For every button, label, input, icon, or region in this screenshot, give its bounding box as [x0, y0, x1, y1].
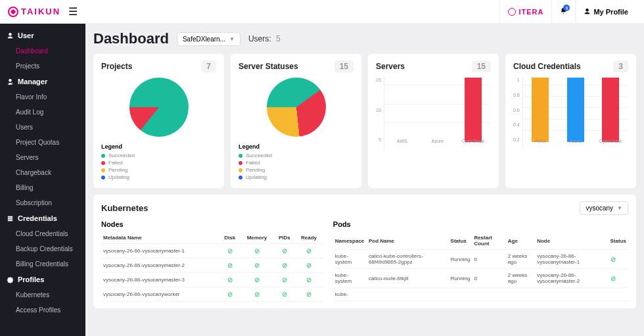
- card-title: Server Statuses: [239, 62, 298, 71]
- check-icon: ⊘: [610, 256, 616, 263]
- sidebar-section: Profiles: [0, 272, 85, 287]
- logo-icon: [8, 7, 18, 17]
- kubernetes-card: Kubernetes vysocany ▼ Nodes Metadata Nam…: [93, 195, 636, 308]
- table-row[interactable]: vysocany-26-86-vysocanyworker⊘⊘⊘⊘: [101, 287, 323, 302]
- check-icon: ⊘: [282, 276, 287, 283]
- sidebar-item-backup-credentials[interactable]: Backup Credentials: [0, 241, 85, 256]
- org-selector[interactable]: SafeDXlearn... ▼: [177, 32, 241, 46]
- cloud-card: Cloud Credentials 3 10.80.60.40.2AWSAzur…: [505, 54, 636, 188]
- card-title: Projects: [101, 62, 132, 71]
- cloud-bars: 10.80.60.40.2AWSAzureOpenStack: [513, 78, 628, 150]
- table-row[interactable]: kube-systemcalico-node-6tkj8Running02 we…: [333, 269, 628, 288]
- legend-item: Succeeded: [101, 153, 216, 158]
- check-icon: ⊘: [227, 247, 233, 254]
- table-row[interactable]: kube-systemcalico-kube-controllers-68f49…: [333, 250, 628, 269]
- check-icon: ⊘: [306, 262, 311, 269]
- sidebar-item-billing-credentials[interactable]: Billing Credentials: [0, 256, 85, 272]
- chevron-down-icon: ▼: [229, 36, 235, 42]
- brand-logo[interactable]: TAIKUN: [8, 7, 60, 17]
- pods-section: Pods NamespacePod NameStatusRestart Coun…: [333, 220, 628, 302]
- nodes-section: Nodes Metadata NameDiskMemoryPIDsReadyvy…: [101, 220, 323, 302]
- check-icon: ⊘: [282, 262, 287, 269]
- pods-table: NamespacePod NameStatusRestart CountAgeN…: [333, 232, 628, 301]
- check-icon: ⊘: [227, 262, 233, 269]
- header-left: TAIKUN ☰: [8, 5, 78, 18]
- legend-item: Failed: [239, 160, 354, 166]
- sidebar-item-audit-log[interactable]: Audit Log: [0, 105, 85, 120]
- check-icon: ⊘: [254, 262, 260, 269]
- sidebar-item-kubernetes[interactable]: Kubernetes: [0, 287, 85, 302]
- page-title: Dashboard: [93, 30, 169, 47]
- users-label: Users: 5: [248, 34, 281, 43]
- legend: LegendSucceededFailedPendingUpdating: [239, 143, 354, 180]
- check-icon: ⊘: [254, 276, 260, 283]
- legend-item: Updating: [239, 174, 354, 180]
- sidebar-item-servers[interactable]: Servers: [0, 150, 85, 165]
- legend-item: Updating: [101, 174, 216, 180]
- users-count: 5: [276, 34, 281, 43]
- sidebar-item-cloud-credentials[interactable]: Cloud Credentials: [0, 226, 85, 241]
- kube-selector[interactable]: vysocany ▼: [580, 201, 628, 215]
- check-icon: ⊘: [306, 276, 311, 283]
- check-icon: ⊘: [306, 247, 311, 254]
- summary-cards: Projects 7 LegendSucceededFailedPendingU…: [93, 54, 636, 188]
- notif-badge: 9: [563, 5, 570, 11]
- sidebar-section: Credentials: [0, 210, 85, 226]
- nodes-table: Metadata NameDiskMemoryPIDsReadyvysocany…: [101, 232, 323, 302]
- users-text: Users:: [248, 34, 271, 43]
- statuses-card: Server Statuses 15 LegendSucceededFailed…: [231, 54, 361, 188]
- legend-item: Pending: [239, 167, 354, 173]
- legend-item: Failed: [101, 160, 216, 166]
- card-count: 3: [613, 60, 628, 72]
- sidebar-item-projects[interactable]: Projects: [0, 59, 85, 74]
- table-row[interactable]: vysocany-26-86-vysocanymaster-1⊘⊘⊘⊘: [101, 244, 323, 258]
- check-icon: ⊘: [282, 247, 287, 254]
- sidebar-item-flavor-info[interactable]: Flavor Info: [0, 89, 85, 105]
- org-selector-value: SafeDXlearn...: [183, 36, 225, 43]
- hamburger-icon[interactable]: ☰: [68, 5, 78, 18]
- profile-button[interactable]: My Profile: [575, 0, 636, 24]
- legend: LegendSucceededFailedPendingUpdating: [101, 143, 216, 180]
- check-icon: ⊘: [254, 247, 260, 254]
- partner-badge[interactable]: ITERA: [499, 0, 551, 24]
- user-icon: [584, 8, 591, 15]
- table-row[interactable]: kube-: [333, 288, 628, 301]
- notifications-button[interactable]: 9: [551, 0, 575, 24]
- sidebar-item-subscription[interactable]: Subscription: [0, 195, 85, 210]
- pods-title: Pods: [333, 220, 628, 228]
- sidebar-item-chargeback[interactable]: Chargeback: [0, 165, 85, 180]
- content-area: Dashboard SafeDXlearn... ▼ Users: 5 Proj…: [85, 24, 644, 336]
- check-icon: ⊘: [306, 291, 311, 298]
- sidebar-item-access-profiles[interactable]: Access Profiles: [0, 302, 85, 318]
- page-header: Dashboard SafeDXlearn... ▼ Users: 5: [93, 30, 636, 47]
- projects-pie: [129, 78, 189, 137]
- bell-icon: 9: [560, 7, 567, 16]
- servers-card: Servers 15 15105AWSAzureOpenStack: [368, 54, 499, 188]
- sidebar-section: User: [0, 28, 85, 43]
- profile-label: My Profile: [593, 8, 628, 16]
- sidebar-item-billing[interactable]: Billing: [0, 180, 85, 195]
- partner-label: ITERA: [518, 8, 543, 16]
- card-count: 15: [334, 60, 354, 72]
- sidebar: UserDashboardProjectsManagerFlavor InfoA…: [0, 24, 85, 336]
- card-title: Servers: [376, 62, 405, 71]
- sidebar-section: Manager: [0, 74, 85, 89]
- legend-item: Succeeded: [239, 153, 354, 158]
- sidebar-item-project-quotas[interactable]: Project Quotas: [0, 135, 85, 150]
- check-icon: ⊘: [282, 291, 287, 298]
- statuses-pie: [267, 78, 326, 137]
- table-row[interactable]: vysocany-26-86-vysocanymaster-2⊘⊘⊘⊘: [101, 258, 323, 273]
- projects-card: Projects 7 LegendSucceededFailedPendingU…: [93, 54, 224, 188]
- top-header: TAIKUN ☰ ITERA 9 My Profile: [0, 0, 644, 24]
- check-icon: ⊘: [227, 276, 233, 283]
- kube-title: Kubernetes: [101, 203, 149, 213]
- sidebar-item-dashboard[interactable]: Dashboard: [0, 43, 85, 59]
- partner-icon: [508, 8, 516, 16]
- check-icon: ⊘: [610, 275, 616, 282]
- card-count: 7: [201, 60, 216, 72]
- legend-item: Pending: [101, 167, 216, 173]
- table-row[interactable]: vysocany-26-86-vysocanymaster-3⊘⊘⊘⊘: [101, 273, 323, 287]
- sidebar-item-users[interactable]: Users: [0, 120, 85, 135]
- check-icon: ⊘: [254, 291, 260, 298]
- card-count: 15: [472, 60, 491, 72]
